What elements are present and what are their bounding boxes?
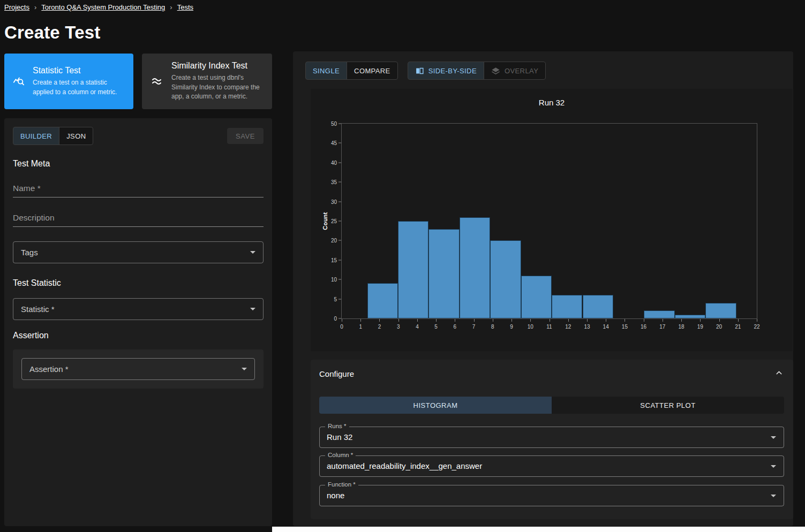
overlay-toggle-button[interactable]: OVERLAY: [484, 62, 545, 79]
card-description: Create a test on a statistic applied to …: [33, 78, 125, 97]
name-field[interactable]: Name *: [13, 183, 264, 197]
histogram-bar: [644, 310, 674, 318]
y-axis-tick: [338, 240, 341, 241]
assertion-box: Assertion *: [13, 349, 264, 389]
x-axis-tick: [455, 319, 455, 322]
x-axis-tick-label: 10: [528, 324, 533, 330]
x-axis-tick: [757, 319, 757, 322]
horizontal-scrollbar[interactable]: [272, 527, 805, 532]
chevron-up-icon[interactable]: [774, 368, 784, 377]
x-axis-tick: [738, 319, 739, 322]
side-by-side-toggle-button[interactable]: SIDE-BY-SIDE: [408, 62, 484, 79]
x-axis-tick: [663, 319, 663, 322]
statistic-select[interactable]: Statistic *: [13, 298, 264, 320]
similarity-waves-icon: [151, 75, 163, 88]
y-axis-tick: [338, 143, 341, 143]
x-axis-tick: [493, 319, 493, 322]
runs-select-value: Run 32: [327, 427, 352, 447]
histogram-bar: [428, 229, 459, 318]
histogram-bar: [490, 240, 521, 318]
breadcrumb: Projects › Toronto Q&A System Production…: [4, 3, 193, 11]
x-axis-tick: [644, 319, 644, 322]
x-axis-tick-label: 22: [754, 324, 759, 330]
plot-area: 0123456789101112131415161718192021220510…: [341, 123, 757, 319]
x-axis-tick: [681, 319, 682, 322]
configure-heading: Configure: [319, 369, 354, 378]
builder-toolbar: BUILDER JSON SAVE: [13, 127, 264, 145]
assertion-select[interactable]: Assertion *: [21, 358, 255, 380]
x-axis-tick: [606, 319, 606, 322]
overlay-label: OVERLAY: [505, 67, 538, 75]
dropdown-arrow-icon: [250, 251, 255, 254]
similarity-index-test-card[interactable]: Similarity Index Test Create a test usin…: [142, 54, 272, 109]
breadcrumb-link-tests[interactable]: Tests: [177, 3, 193, 11]
x-axis-tick-label: 7: [472, 324, 476, 330]
function-select-value: none: [327, 485, 344, 506]
histogram-chart: Run 32 Count 012345678910111213141516171…: [311, 89, 793, 351]
x-axis-tick: [550, 319, 550, 322]
breadcrumb-link-projects[interactable]: Projects: [4, 3, 29, 11]
x-axis-tick: [568, 319, 569, 322]
compare-toggle-button[interactable]: COMPARE: [347, 62, 397, 79]
histogram-bar: [398, 221, 428, 318]
x-axis-tick-label: 1: [359, 324, 362, 330]
x-axis-tick-label: 16: [641, 324, 646, 330]
card-title: Similarity Index Test: [171, 61, 264, 71]
split-view-icon: [415, 66, 424, 75]
x-axis-tick: [398, 319, 399, 322]
column-select[interactable]: Column * automated_readability_index__ge…: [319, 455, 784, 477]
statistic-test-card[interactable]: Statistic Test Create a test on a statis…: [4, 54, 133, 109]
test-statistic-heading: Test Statistic: [13, 278, 264, 288]
configure-panel: Configure HISTOGRAM SCATTER PLOT Runs * …: [311, 360, 793, 519]
x-axis-tick-label: 15: [622, 324, 628, 330]
x-axis-tick-label: 18: [679, 324, 684, 330]
y-axis-tick: [338, 279, 341, 280]
y-axis-tick: [338, 299, 341, 299]
query-stats-icon: [13, 75, 25, 87]
x-axis-tick: [530, 319, 531, 322]
y-axis-tick-label: 5: [334, 296, 337, 302]
builder-tab[interactable]: BUILDER: [13, 127, 59, 145]
runs-select[interactable]: Runs * Run 32: [319, 427, 784, 448]
description-field-label: Description: [13, 212, 264, 223]
x-axis-tick-label: 4: [416, 324, 419, 330]
x-axis-tick: [700, 319, 701, 322]
y-axis-tick-label: 30: [331, 199, 337, 204]
layers-icon: [491, 66, 500, 75]
statistic-select-label: Statistic *: [21, 305, 55, 314]
x-axis-tick-label: 8: [491, 324, 494, 330]
json-tab[interactable]: JSON: [59, 127, 93, 145]
breadcrumb-link-project[interactable]: Toronto Q&A System Production Testing: [41, 3, 165, 11]
x-axis-tick: [474, 319, 475, 322]
save-button[interactable]: SAVE: [227, 128, 264, 144]
x-axis-tick: [587, 319, 588, 322]
tab-scatter-plot[interactable]: SCATTER PLOT: [552, 397, 784, 414]
dropdown-arrow-icon: [250, 308, 255, 310]
card-text: Statistic Test Create a test on a statis…: [33, 66, 125, 97]
description-field[interactable]: Description: [13, 212, 264, 227]
histogram-bar: [521, 276, 552, 318]
y-axis-label: Count: [322, 212, 328, 230]
y-axis-tick-label: 45: [331, 140, 337, 146]
y-axis-tick: [338, 182, 341, 183]
y-axis-tick: [338, 124, 341, 124]
histogram-bar: [367, 283, 398, 318]
histogram-bar: [460, 217, 490, 318]
tags-select-label: Tags: [21, 248, 38, 257]
x-axis-tick-label: 17: [659, 324, 665, 330]
x-axis-tick: [342, 319, 342, 322]
tags-select[interactable]: Tags: [13, 241, 264, 263]
y-axis-tick-label: 35: [331, 179, 337, 185]
x-axis-tick-label: 6: [454, 324, 457, 330]
visualization-panel: SINGLE COMPARE SIDE-BY-SIDE: [293, 51, 793, 526]
card-description: Create a test using dbnl's Similarity In…: [171, 73, 264, 101]
y-axis-tick-label: 15: [331, 257, 337, 263]
dropdown-arrow-icon: [771, 495, 776, 497]
single-toggle-button[interactable]: SINGLE: [306, 62, 347, 79]
x-axis-tick-label: 20: [716, 324, 722, 330]
y-axis-tick: [338, 162, 341, 163]
dropdown-arrow-icon: [242, 368, 247, 370]
tab-histogram[interactable]: HISTOGRAM: [319, 397, 552, 414]
x-axis-tick-label: 11: [546, 324, 552, 330]
function-select[interactable]: Function * none: [319, 485, 784, 506]
